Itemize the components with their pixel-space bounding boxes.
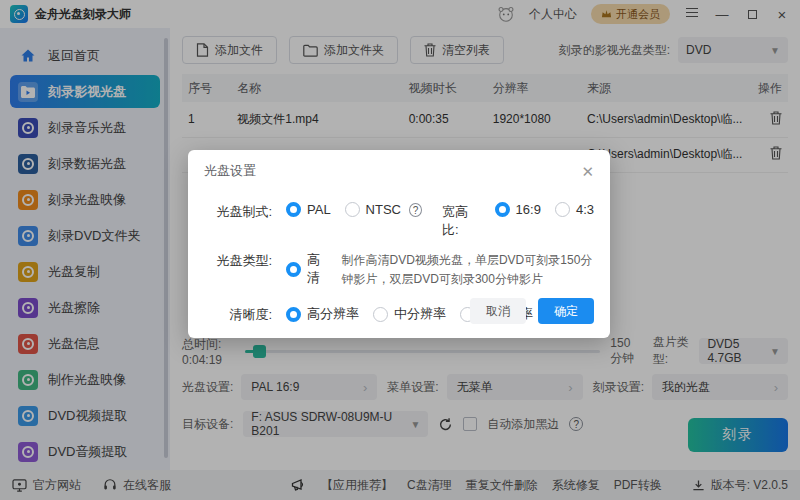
radio-pal[interactable]: PAL <box>286 202 331 217</box>
clarity-label: 清晰度: <box>204 305 272 324</box>
radio-selected-icon <box>286 262 301 277</box>
format-label: 光盘制式: <box>204 202 272 221</box>
aspect-label: 宽高比: <box>442 202 481 239</box>
radio-mid-res[interactable]: 中分辨率 <box>373 305 446 323</box>
confirm-button[interactable]: 确定 <box>538 298 594 324</box>
format-help-icon[interactable]: ? <box>409 203 422 217</box>
radio-high-res[interactable]: 高分辨率 <box>286 305 359 323</box>
radio-icon <box>555 202 570 217</box>
radio-hd[interactable]: 高清 <box>286 251 330 287</box>
disc-kind-row: 光盘类型: 高清 制作高清DVD视频光盘，单层DVD可刻录150分钟影片，双层D… <box>204 251 594 289</box>
radio-selected-icon <box>495 202 510 217</box>
app-window: 金舟光盘刻录大师 个人中心 开通会员 — × 返回首页 <box>0 0 800 500</box>
radio-selected-icon <box>286 307 301 322</box>
radio-ntsc[interactable]: NTSC <box>345 202 401 217</box>
modal-title: 光盘设置 <box>204 162 256 180</box>
radio-4-3[interactable]: 4:3 <box>555 202 594 217</box>
modal-close-icon[interactable]: ✕ <box>581 164 594 179</box>
disc-kind-label: 光盘类型: <box>204 251 272 270</box>
radio-selected-icon <box>286 202 301 217</box>
radio-icon <box>373 307 388 322</box>
radio-icon <box>345 202 360 217</box>
cancel-button[interactable]: 取消 <box>470 298 526 324</box>
disc-settings-modal: 光盘设置 ✕ 光盘制式: PAL NTSC ? 宽高比: 16:9 <box>188 150 610 338</box>
radio-16-9[interactable]: 16:9 <box>495 202 541 217</box>
disc-kind-description: 制作高清DVD视频光盘，单层DVD可刻录150分钟影片，双层DVD可刻录300分… <box>342 251 594 289</box>
format-row: 光盘制式: PAL NTSC ? 宽高比: 16:9 4:3 <box>204 202 594 239</box>
